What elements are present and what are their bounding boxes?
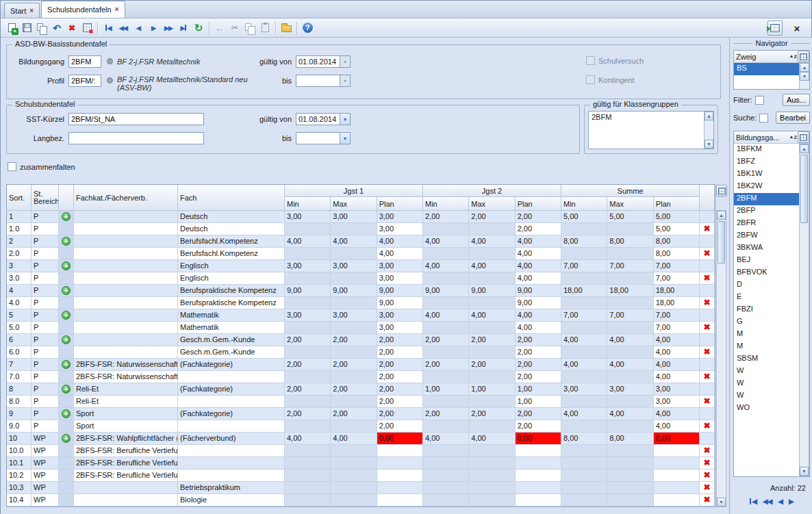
add-row-icon[interactable]: + xyxy=(62,311,71,320)
cell-value[interactable] xyxy=(377,457,423,470)
table-row[interactable]: 10.2WP2BFS-FSR: Berufliche Vertiefun...✖ xyxy=(7,470,715,482)
bildungsgang-list[interactable]: 1BFKM1BFZ1BK1W1BK2W2BFM2BFP2BFR2BFW3BKWA… xyxy=(734,144,799,415)
cell-value[interactable] xyxy=(423,396,469,408)
paste-button[interactable] xyxy=(257,21,272,36)
list-item[interactable]: W xyxy=(734,390,799,402)
delete-row-icon[interactable]: ✖ xyxy=(703,348,710,357)
tab-close-icon[interactable]: × xyxy=(29,8,34,14)
cell-value[interactable] xyxy=(561,457,607,470)
cell-value[interactable]: 4,00 xyxy=(469,260,515,272)
bildungsgang-header[interactable]: Bildungsga... ▲2 xyxy=(734,131,809,144)
cell-value[interactable]: 2,00 xyxy=(516,359,561,371)
scroll-up-icon[interactable]: ▲ xyxy=(800,63,809,72)
cell-value[interactable] xyxy=(331,445,377,457)
list-item[interactable]: 1BFKM xyxy=(734,144,799,156)
cell-value[interactable]: 2,00 xyxy=(331,383,377,396)
cell-value[interactable]: 9,00 xyxy=(423,285,469,297)
cell-value[interactable]: 4,00 xyxy=(423,309,469,322)
klassengruppen-scrollbar[interactable]: ▲ ▼ xyxy=(704,112,713,149)
cell-value[interactable] xyxy=(561,420,607,433)
cell-value[interactable]: 4,00 xyxy=(654,359,700,371)
cell-value[interactable]: 4,00 xyxy=(607,408,653,420)
cell-value[interactable] xyxy=(423,272,469,285)
cell-value[interactable]: 7,00 xyxy=(607,309,653,322)
cell-value[interactable]: 8,00 xyxy=(561,235,607,248)
cell-value[interactable] xyxy=(331,322,377,334)
cell-value[interactable]: 9,00 xyxy=(285,285,331,297)
cell-value[interactable] xyxy=(377,470,423,482)
cell-value[interactable]: 2,00 xyxy=(377,420,423,433)
scroll-down-icon[interactable]: ▼ xyxy=(705,140,713,149)
show-in-table-button[interactable] xyxy=(767,21,783,36)
open-folder-button[interactable] xyxy=(279,21,294,36)
cell-value[interactable] xyxy=(607,470,653,482)
table-config-button[interactable] xyxy=(716,185,727,196)
check-table-button[interactable]: ✖ xyxy=(79,21,94,36)
scroll-down-icon[interactable]: ▼ xyxy=(800,467,809,476)
cell-value[interactable]: 7,00 xyxy=(561,260,607,272)
cell-value[interactable] xyxy=(561,371,607,383)
basis-gueltig-von-select[interactable]: 01.08.2014 ▼ xyxy=(296,55,351,68)
cell-value[interactable]: 8,00 xyxy=(607,235,653,248)
sst-gueltig-von-select[interactable]: 01.08.2014 ▼ xyxy=(296,113,351,125)
cell-value[interactable]: 4,00 xyxy=(377,248,423,260)
cell-value[interactable] xyxy=(423,457,469,470)
cell-value[interactable] xyxy=(654,482,700,494)
list-item[interactable]: 2BFM xyxy=(589,112,713,123)
cell-value[interactable] xyxy=(423,223,469,235)
cell-value[interactable]: 4,00 xyxy=(561,408,607,420)
cell-value[interactable]: 3,00 xyxy=(377,223,423,235)
cell-value[interactable] xyxy=(331,272,377,285)
cell-value[interactable]: 2,00 xyxy=(331,408,377,420)
zweig-list[interactable]: BS ▲ ▼ xyxy=(734,63,809,89)
cell-value[interactable]: 2,00 xyxy=(516,334,561,346)
list-item[interactable]: 3BKWA xyxy=(734,242,799,255)
cell-value[interactable] xyxy=(607,420,653,433)
nav-first-button[interactable]: ◀ xyxy=(750,498,757,505)
cell-value[interactable]: 3,00 xyxy=(285,260,331,272)
cell-value[interactable] xyxy=(331,482,377,494)
cell-value[interactable]: 3,00 xyxy=(377,322,423,334)
cell-value[interactable]: 1,00 xyxy=(423,383,469,396)
cell-value[interactable] xyxy=(469,470,515,482)
delete-record-button[interactable]: ✖ xyxy=(64,21,79,36)
cell-value[interactable]: 0,00 xyxy=(516,433,561,445)
tab-start[interactable]: Start × xyxy=(4,3,40,18)
close-button[interactable]: × xyxy=(789,21,804,36)
cell-value[interactable]: 2,00 xyxy=(516,420,561,433)
cell-value[interactable]: 2,00 xyxy=(516,346,561,359)
list-item[interactable]: 1BFZ xyxy=(734,156,799,168)
tab-close-icon[interactable]: × xyxy=(115,6,119,13)
table-row[interactable]: 10.0WP2BFS-FSR: Berufliche Vertiefun...✖ xyxy=(7,445,715,457)
table-scrollbar[interactable]: ▲ ▼ xyxy=(716,210,726,507)
cell-value[interactable] xyxy=(607,445,653,457)
chevron-down-icon[interactable]: ▼ xyxy=(340,75,350,86)
cell-value[interactable]: 9,00 xyxy=(331,285,377,297)
column-header-sort[interactable]: Sort. xyxy=(7,185,31,211)
cell-value[interactable]: 2,00 xyxy=(377,396,423,408)
cell-value[interactable] xyxy=(607,272,653,285)
cell-value[interactable]: 9,00 xyxy=(377,297,423,309)
table-row[interactable]: 10.3WPBetriebspraktikum✖ xyxy=(7,482,715,494)
cell-value[interactable]: 5,00 xyxy=(561,211,607,223)
cell-value[interactable]: 2,00 xyxy=(469,408,515,420)
cell-value[interactable]: 4,00 xyxy=(423,433,469,445)
cell-value[interactable]: 4,00 xyxy=(607,359,653,371)
cell-value[interactable] xyxy=(423,322,469,334)
cell-value[interactable] xyxy=(423,482,469,494)
profil-field[interactable] xyxy=(68,75,101,87)
cell-value[interactable]: 4,00 xyxy=(607,334,653,346)
nav-prev-button[interactable]: ◀ xyxy=(131,21,146,36)
cell-value[interactable]: 2,00 xyxy=(377,383,423,396)
column-header-max[interactable]: Max xyxy=(469,197,515,211)
table-row[interactable]: 4.0PBerufspraktische Kompetenz9,009,0018… xyxy=(7,297,715,309)
cell-value[interactable] xyxy=(331,297,377,309)
cell-value[interactable]: 3,00 xyxy=(377,309,423,322)
cell-value[interactable] xyxy=(285,346,331,359)
cell-value[interactable] xyxy=(285,420,331,433)
cell-value[interactable]: 2,00 xyxy=(423,408,469,420)
cell-value[interactable] xyxy=(423,470,469,482)
cell-value[interactable]: 3,00 xyxy=(331,260,377,272)
cell-value[interactable]: 9,00 xyxy=(516,297,561,309)
add-row-icon[interactable]: + xyxy=(62,335,71,344)
